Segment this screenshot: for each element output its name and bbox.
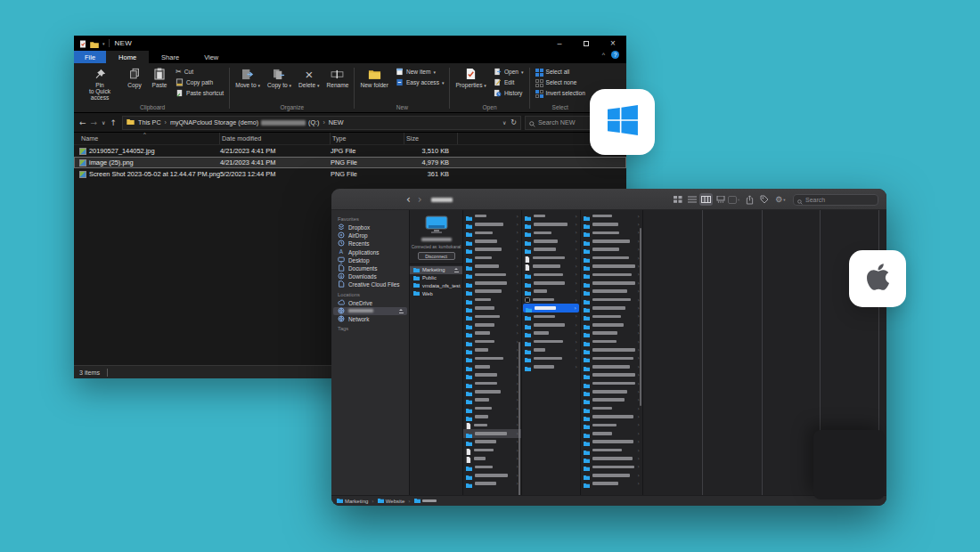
select-all-button[interactable]: Select all [533, 67, 588, 77]
list-item[interactable]: › [581, 354, 642, 362]
breadcrumb-segment[interactable]: NEW [329, 118, 344, 126]
sidebar-item-onedrive[interactable]: OneDrive [333, 299, 407, 307]
address-box[interactable]: This PC›myQNAPcloud Storage (demo)(Q:)›N… [122, 116, 521, 130]
sidebar-item-documents[interactable]: Documents [333, 264, 407, 272]
pin-to-quick-access-button[interactable]: Pin to Quick access [78, 64, 121, 101]
open-button[interactable]: Open ▾ [491, 67, 527, 77]
properties-button[interactable]: Properties ▾ [453, 64, 488, 89]
breadcrumb[interactable]: This PC›myQNAPcloud Storage (demo)(Q:)›N… [138, 118, 343, 126]
recent-locations-icon[interactable]: ∨ [102, 119, 105, 126]
copy-button[interactable]: Copy [123, 64, 146, 88]
refresh-icon[interactable]: ↻ [510, 118, 517, 126]
list-item[interactable]: › [522, 246, 580, 254]
finder-search-field[interactable] [793, 194, 878, 206]
list-item[interactable]: › [581, 345, 642, 353]
list-item[interactable]: › [581, 421, 642, 429]
help-icon[interactable]: ? [611, 51, 619, 59]
cut-button[interactable]: ✂Cut [173, 67, 226, 77]
easy-access-button[interactable]: Easy access ▾ [393, 77, 447, 87]
up-icon[interactable]: ↑ [110, 118, 118, 127]
address-dropdown-icon[interactable]: ∨ [502, 119, 506, 126]
sidebar-item-redacted[interactable] [333, 307, 407, 315]
list-item[interactable]: › [522, 288, 580, 296]
icon-view-icon[interactable] [671, 193, 684, 206]
list-item[interactable]: › [581, 220, 642, 228]
move-to-button[interactable]: Move to ▾ [233, 64, 263, 89]
list-item[interactable]: › [581, 387, 642, 395]
edit-button[interactable]: Edit [491, 77, 527, 87]
list-item[interactable]: › [581, 370, 642, 378]
list-item[interactable]: › [581, 321, 642, 329]
forward-icon[interactable]: → [91, 118, 98, 127]
eject-icon[interactable] [454, 268, 459, 272]
properties-doc-icon[interactable] [79, 36, 86, 52]
list-item[interactable]: › [581, 471, 642, 479]
back-icon[interactable]: ‹ [406, 193, 411, 206]
invert-selection-button[interactable]: Invert selection [533, 88, 588, 98]
rename-button[interactable]: Rename [323, 64, 351, 88]
share-item-public[interactable]: Public [410, 274, 462, 282]
finder-toolbar[interactable]: ‹ › ▾ ⚙▾ [331, 189, 886, 210]
list-item[interactable]: › [581, 313, 642, 321]
folder-icon[interactable] [90, 36, 99, 52]
tab-share[interactable]: Share [149, 51, 192, 63]
list-item[interactable]: › [581, 446, 642, 454]
list-item[interactable]: › [581, 404, 642, 412]
forward-icon[interactable]: › [418, 193, 422, 206]
list-item[interactable]: › [522, 362, 580, 370]
list-item[interactable]: › [581, 329, 642, 337]
breadcrumb-segment[interactable]: This PC [138, 118, 161, 126]
path-item-redacted[interactable] [414, 498, 437, 504]
sidebar-item-creative-cloud-files[interactable]: Creative Cloud Files [333, 280, 407, 288]
path-item-website[interactable]: Website [378, 498, 405, 504]
list-item[interactable]: › [581, 237, 642, 245]
list-item[interactable]: › [581, 454, 642, 462]
quick-access-toolbar[interactable]: ▾ [79, 36, 110, 52]
list-item[interactable]: › [581, 229, 642, 237]
sidebar-item-downloads[interactable]: Downloads [333, 272, 407, 280]
table-row[interactable]: 20190527_144052.jpg4/21/2023 4:41 PMJPG … [74, 145, 626, 157]
actions-gear-icon[interactable]: ⚙▾ [775, 196, 785, 204]
share-icon[interactable] [746, 195, 754, 205]
eject-icon[interactable] [399, 309, 404, 313]
list-item[interactable]: › [581, 412, 642, 420]
back-icon[interactable]: ← [79, 118, 86, 127]
new-item-button[interactable]: New item ▾ [393, 67, 447, 77]
scrollbar-thumb[interactable] [640, 228, 641, 406]
list-item[interactable]: › [581, 271, 642, 279]
finder-search-input[interactable] [805, 197, 874, 203]
explorer-titlebar[interactable]: ▾ NEW – × [74, 36, 626, 51]
tab-home[interactable]: Home [106, 51, 149, 63]
column-header-name[interactable]: Name^ [79, 133, 220, 144]
copy-path-button[interactable]: Copy path [173, 77, 226, 87]
list-item[interactable]: › [463, 438, 521, 446]
list-item[interactable]: › [581, 212, 642, 220]
new-folder-button[interactable]: New folder [357, 64, 391, 88]
breadcrumb-segment[interactable]: myQNAPcloud Storage (demo)(Q:) [170, 118, 319, 126]
sidebar-item-desktop[interactable]: Desktop [333, 256, 407, 264]
minimize-button[interactable]: – [546, 36, 573, 51]
delete-button[interactable]: ×Delete ▾ [296, 64, 322, 89]
close-button[interactable]: × [600, 36, 626, 51]
list-item[interactable]: › [581, 304, 642, 312]
restore-button[interactable] [573, 36, 600, 51]
column-view-icon[interactable] [699, 193, 713, 206]
list-item[interactable]: › [581, 362, 642, 370]
path-item-marketing[interactable]: Marketing [337, 498, 368, 504]
share-item-web[interactable]: Web [410, 289, 462, 297]
scrollbar-thumb[interactable] [519, 342, 520, 506]
sidebar-item-recents[interactable]: Recents [333, 239, 407, 248]
list-item[interactable]: › [581, 396, 642, 404]
list-view-icon[interactable] [685, 193, 698, 206]
tab-view[interactable]: View [192, 51, 231, 63]
collapse-ribbon-icon[interactable]: ^ [602, 52, 605, 58]
column-header-date-modified[interactable]: Date modified [220, 133, 331, 144]
list-item[interactable]: › [581, 296, 642, 304]
list-item[interactable]: › [581, 246, 642, 254]
list-item[interactable]: › [581, 379, 642, 387]
list-item[interactable]: › [581, 480, 642, 488]
list-item[interactable]: › [581, 337, 642, 345]
paste-button[interactable]: Paste [148, 64, 171, 88]
group-by-icon[interactable]: ▾ [728, 196, 739, 204]
tab-file[interactable]: File [74, 51, 106, 63]
